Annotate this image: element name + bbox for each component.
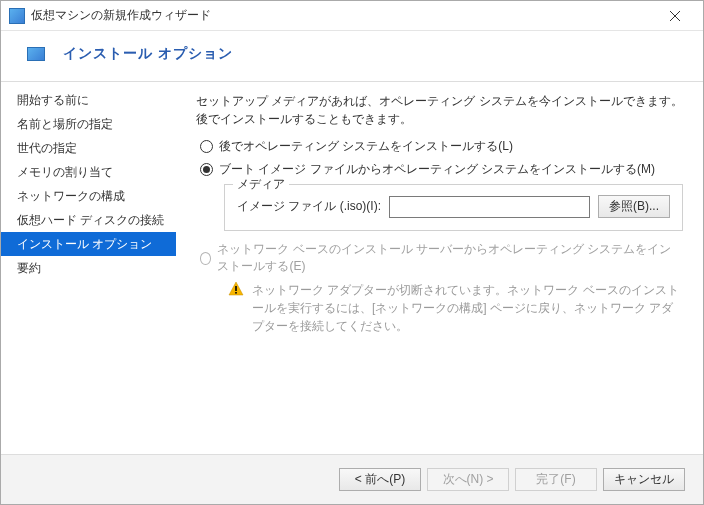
sidebar-item-memory[interactable]: メモリの割り当て [1, 160, 176, 184]
wizard-icon [27, 47, 45, 61]
iso-label: イメージ ファイル (.iso)(I): [237, 198, 381, 215]
network-warning-text: ネットワーク アダプターが切断されています。ネットワーク ベースのインストールを… [252, 281, 683, 335]
radio-icon [200, 163, 213, 176]
sidebar-item-network[interactable]: ネットワークの構成 [1, 184, 176, 208]
iso-path-input[interactable] [389, 196, 590, 218]
radio-icon [200, 140, 213, 153]
wizard-window: 仮想マシンの新規作成ウィザード インストール オプション 開始する前に 名前と場… [0, 0, 704, 505]
radio-install-network: ネットワーク ベースのインストール サーバーからオペレーティング システムをイン… [200, 241, 683, 275]
radio-install-later-label: 後でオペレーティング システムをインストールする(L) [219, 138, 513, 155]
network-warning: ネットワーク アダプターが切断されています。ネットワーク ベースのインストールを… [228, 281, 683, 335]
footer: < 前へ(P) 次へ(N) > 完了(F) キャンセル [1, 454, 703, 504]
browse-button[interactable]: 参照(B)... [598, 195, 670, 218]
page-title: インストール オプション [63, 45, 233, 63]
window-title: 仮想マシンの新規作成ウィザード [31, 7, 655, 24]
svg-rect-4 [235, 292, 237, 294]
radio-icon [200, 252, 211, 265]
titlebar: 仮想マシンの新規作成ウィザード [1, 1, 703, 31]
svg-rect-3 [235, 286, 237, 291]
sidebar-item-name-location[interactable]: 名前と場所の指定 [1, 112, 176, 136]
window-icon [9, 8, 25, 24]
finish-button: 完了(F) [515, 468, 597, 491]
sidebar-item-before-begin[interactable]: 開始する前に [1, 88, 176, 112]
sidebar-item-install-options[interactable]: インストール オプション [1, 232, 176, 256]
sidebar: 開始する前に 名前と場所の指定 世代の指定 メモリの割り当て ネットワークの構成… [1, 82, 176, 454]
description-text: セットアップ メディアがあれば、オペレーティング システムを今インストールできま… [196, 92, 683, 128]
radio-install-later[interactable]: 後でオペレーティング システムをインストールする(L) [200, 138, 683, 155]
iso-field-row: イメージ ファイル (.iso)(I): 参照(B)... [237, 195, 670, 218]
body: 開始する前に 名前と場所の指定 世代の指定 メモリの割り当て ネットワークの構成… [1, 81, 703, 454]
close-icon [670, 11, 680, 21]
media-group-label: メディア [233, 176, 289, 193]
back-button[interactable]: < 前へ(P) [339, 468, 421, 491]
close-button[interactable] [655, 2, 695, 30]
sidebar-item-summary[interactable]: 要約 [1, 256, 176, 280]
media-group: メディア イメージ ファイル (.iso)(I): 参照(B)... [224, 184, 683, 231]
page-header: インストール オプション [1, 31, 703, 81]
sidebar-item-vhd[interactable]: 仮想ハード ディスクの接続 [1, 208, 176, 232]
sidebar-item-generation[interactable]: 世代の指定 [1, 136, 176, 160]
cancel-button[interactable]: キャンセル [603, 468, 685, 491]
next-button: 次へ(N) > [427, 468, 509, 491]
warning-icon [228, 281, 244, 297]
content-pane: セットアップ メディアがあれば、オペレーティング システムを今インストールできま… [176, 82, 703, 454]
radio-install-network-label: ネットワーク ベースのインストール サーバーからオペレーティング システムをイン… [217, 241, 683, 275]
